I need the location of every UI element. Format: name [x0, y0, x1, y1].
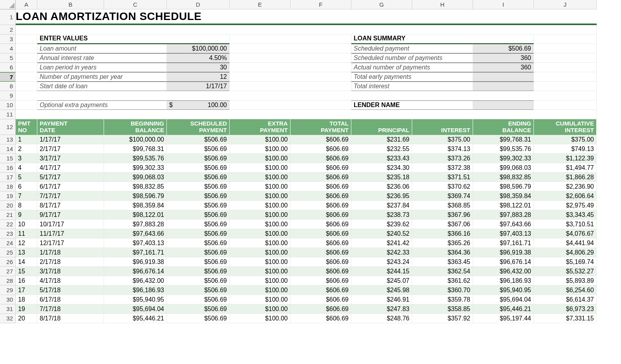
cell-principal[interactable]: $234.30 — [351, 163, 412, 173]
cell-total-payment[interactable]: $606.69 — [290, 201, 351, 210]
cell-interest[interactable]: $370.62 — [412, 182, 473, 191]
cell-pmt-no[interactable]: 15 — [16, 267, 37, 276]
select-all-corner[interactable] — [0, 0, 16, 9]
cell-interest[interactable]: $369.74 — [412, 191, 473, 201]
cell-ending-balance[interactable]: $95,940.95 — [473, 286, 534, 295]
cell-pmt-no[interactable]: 2 — [16, 144, 37, 154]
cell-pmt-no[interactable]: 5 — [16, 173, 37, 182]
cell-scheduled-payment[interactable]: $506.69 — [167, 220, 230, 229]
cell-total-payment[interactable]: $606.69 — [290, 229, 351, 238]
cell-principal[interactable]: $242.33 — [351, 248, 412, 257]
cell-ending-balance[interactable]: $95,197.44 — [473, 314, 534, 323]
cell-extra-payment[interactable]: $100.00 — [230, 286, 290, 295]
cell-scheduled-payment[interactable]: $506.69 — [167, 182, 230, 191]
cell-pmt-no[interactable]: 13 — [16, 248, 37, 257]
row-header-7[interactable]: 7 — [0, 72, 16, 82]
cell-payment-date[interactable]: 6/17/17 — [37, 182, 104, 191]
cell-cumulative-interest[interactable]: $6,254.60 — [534, 286, 597, 295]
row-header-8[interactable]: 8 — [0, 82, 16, 91]
cell-payment-date[interactable]: 4/17/17 — [37, 163, 104, 173]
cell-total-payment[interactable]: $606.69 — [290, 238, 351, 248]
cell-interest[interactable]: $364.36 — [412, 248, 473, 257]
cell-payment-date[interactable]: 10/17/17 — [37, 220, 104, 229]
cell-payment-date[interactable]: 5/17/17 — [37, 173, 104, 182]
row-header-25[interactable]: 25 — [0, 248, 16, 257]
cell-scheduled-payment[interactable]: $506.69 — [167, 191, 230, 201]
cell-cumulative-interest[interactable]: $5,532.27 — [534, 267, 597, 276]
col-header-a[interactable]: A — [16, 0, 37, 9]
cell-total-payment[interactable]: $606.69 — [290, 135, 351, 144]
cell-pmt-no[interactable]: 20 — [16, 314, 37, 323]
cell-beginning-balance[interactable]: $96,919.38 — [104, 257, 167, 267]
row-header-12[interactable]: 12 — [0, 119, 16, 135]
col-header-i[interactable]: I — [473, 0, 534, 9]
cell-cumulative-interest[interactable]: $1,866.28 — [534, 173, 597, 182]
row-header-18[interactable]: 18 — [0, 182, 16, 191]
cell-beginning-balance[interactable]: $98,122.01 — [104, 210, 167, 220]
cell-interest[interactable]: $363.45 — [412, 257, 473, 267]
cell-scheduled-payment[interactable]: $506.69 — [167, 257, 230, 267]
cell-total-payment[interactable]: $606.69 — [290, 220, 351, 229]
cell-payment-date[interactable]: 5/17/18 — [37, 286, 104, 295]
cell-ending-balance[interactable]: $97,883.28 — [473, 210, 534, 220]
cell-interest[interactable]: $368.85 — [412, 201, 473, 210]
cell-ending-balance[interactable]: $97,403.13 — [473, 229, 534, 238]
loan-period-value[interactable]: 30 — [167, 63, 230, 72]
cell-cumulative-interest[interactable]: $2,236.90 — [534, 182, 597, 191]
cell-extra-payment[interactable]: $100.00 — [230, 257, 290, 267]
cell-scheduled-payment[interactable]: $506.69 — [167, 144, 230, 154]
loan-amount-value[interactable]: $100,000.00 — [167, 44, 230, 53]
cell-ending-balance[interactable]: $96,432.00 — [473, 267, 534, 276]
cell-cumulative-interest[interactable]: $7,331.15 — [534, 314, 597, 323]
cell-pmt-no[interactable]: 14 — [16, 257, 37, 267]
cell-ending-balance[interactable]: $99,768.31 — [473, 135, 534, 144]
cell-interest[interactable]: $374.13 — [412, 144, 473, 154]
cell-interest[interactable]: $359.78 — [412, 295, 473, 304]
cell-beginning-balance[interactable]: $97,883.28 — [104, 220, 167, 229]
row-header-26[interactable]: 26 — [0, 257, 16, 267]
cell-ending-balance[interactable]: $95,694.04 — [473, 295, 534, 304]
cell-ending-balance[interactable]: $96,186.93 — [473, 276, 534, 286]
cell-total-payment[interactable]: $606.69 — [290, 314, 351, 323]
cell-ending-balance[interactable]: $98,122.01 — [473, 201, 534, 210]
cell-cumulative-interest[interactable]: $1,122.39 — [534, 154, 597, 163]
cell-ending-balance[interactable]: $98,832.85 — [473, 173, 534, 182]
cell-principal[interactable]: $241.42 — [351, 238, 412, 248]
cell-total-payment[interactable]: $606.69 — [290, 248, 351, 257]
row-header-28[interactable]: 28 — [0, 276, 16, 286]
cell-extra-payment[interactable]: $100.00 — [230, 314, 290, 323]
row-header-29[interactable]: 29 — [0, 286, 16, 295]
cell-total-payment[interactable]: $606.69 — [290, 163, 351, 173]
cell-scheduled-payment[interactable]: $506.69 — [167, 267, 230, 276]
row-header-16[interactable]: 16 — [0, 163, 16, 173]
cell-ending-balance[interactable]: $99,535.76 — [473, 144, 534, 154]
row-header-14[interactable]: 14 — [0, 144, 16, 154]
cell-extra-payment[interactable]: $100.00 — [230, 173, 290, 182]
col-header-h[interactable]: H — [412, 0, 473, 9]
cell-interest[interactable]: $367.06 — [412, 220, 473, 229]
cell-total-payment[interactable]: $606.69 — [290, 267, 351, 276]
cell-total-payment[interactable]: $606.69 — [290, 154, 351, 163]
cell-scheduled-payment[interactable]: $506.69 — [167, 229, 230, 238]
cell-principal[interactable]: $236.95 — [351, 191, 412, 201]
col-header-g[interactable]: G — [351, 0, 412, 9]
row-header-15[interactable]: 15 — [0, 154, 16, 163]
cell-extra-payment[interactable]: $100.00 — [230, 276, 290, 286]
cell-beginning-balance[interactable]: $97,643.66 — [104, 229, 167, 238]
row-header-30[interactable]: 30 — [0, 295, 16, 304]
cell-cumulative-interest[interactable]: $3,710.51 — [534, 220, 597, 229]
cell-extra-payment[interactable]: $100.00 — [230, 201, 290, 210]
cell-payment-date[interactable]: 9/17/17 — [37, 210, 104, 220]
row-header-22[interactable]: 22 — [0, 220, 16, 229]
cell-ending-balance[interactable]: $96,676.14 — [473, 257, 534, 267]
num-payments-per-year-value[interactable]: 12 — [167, 72, 230, 82]
cell-cumulative-interest[interactable]: $2,975.49 — [534, 201, 597, 210]
cell-interest[interactable]: $361.62 — [412, 276, 473, 286]
cell-scheduled-payment[interactable]: $506.69 — [167, 163, 230, 173]
cell-extra-payment[interactable]: $100.00 — [230, 135, 290, 144]
row-header-13[interactable]: 13 — [0, 135, 16, 144]
cell-scheduled-payment[interactable]: $506.69 — [167, 238, 230, 248]
cell-beginning-balance[interactable]: $95,446.21 — [104, 314, 167, 323]
col-header-d[interactable]: D — [167, 0, 230, 9]
cell-principal[interactable]: $237.84 — [351, 201, 412, 210]
